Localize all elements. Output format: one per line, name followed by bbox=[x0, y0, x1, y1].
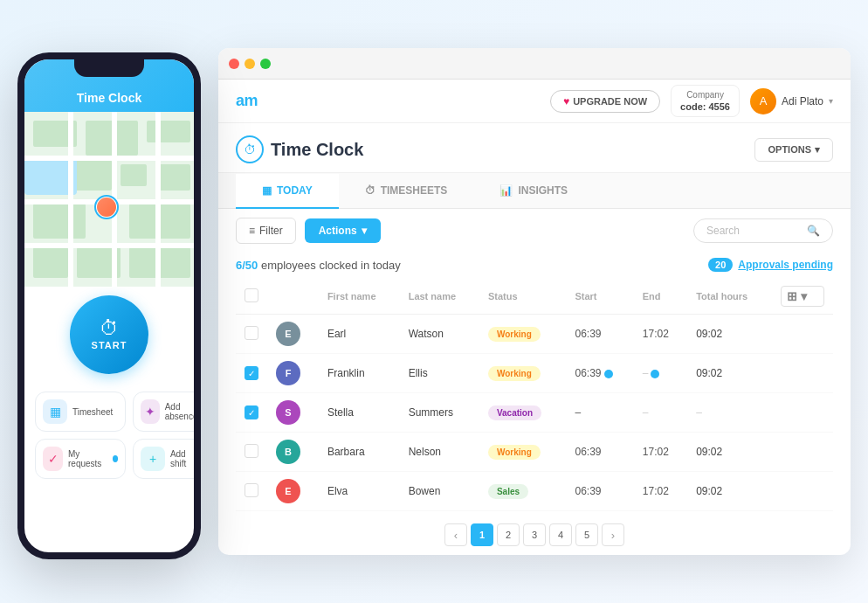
first-name-cell: Barbara bbox=[319, 433, 400, 472]
first-name-cell: Elva bbox=[319, 472, 400, 511]
clocked-count: 6/50 bbox=[236, 259, 258, 272]
tab-insights[interactable]: 📊 INSIGHTS bbox=[473, 174, 594, 209]
col-first-name[interactable]: First name bbox=[319, 279, 400, 315]
col-last-name[interactable]: Last name bbox=[400, 279, 479, 315]
my-requests-icon: ✓ bbox=[43, 447, 63, 471]
row-actions-cell bbox=[772, 354, 833, 393]
page-title: Time Clock bbox=[271, 140, 363, 160]
traffic-light-minimize[interactable] bbox=[245, 59, 255, 69]
end-dot bbox=[651, 370, 659, 378]
phone-mockup: Time Clock bbox=[17, 52, 201, 559]
page-2-button[interactable]: 2 bbox=[497, 523, 520, 546]
clocked-in-summary: 6/50 employees clocked in today bbox=[236, 259, 401, 272]
map-block bbox=[121, 164, 147, 186]
col-total-hours[interactable]: Total hours bbox=[687, 279, 772, 315]
page-4-button[interactable]: 4 bbox=[549, 523, 572, 546]
start-time-cell: 06:39 bbox=[566, 315, 633, 354]
user-profile[interactable]: A Adi Plato ▾ bbox=[750, 88, 833, 114]
clocked-in-label: employees clocked in today bbox=[261, 259, 401, 272]
start-clock-button[interactable]: ⏱ START bbox=[70, 295, 148, 374]
col-status[interactable]: Status bbox=[479, 279, 567, 315]
row-checkbox[interactable] bbox=[245, 326, 258, 340]
avatar: E bbox=[276, 322, 300, 346]
title-bar bbox=[218, 48, 851, 80]
start-time-cell: 06:39 bbox=[566, 433, 633, 472]
start-time-cell: 06:39 bbox=[566, 472, 633, 511]
map-road bbox=[24, 156, 194, 161]
timesheets-tab-icon: ⏱ bbox=[365, 184, 375, 197]
options-button[interactable]: OPTIONS ▾ bbox=[754, 138, 833, 162]
avatar: F bbox=[276, 361, 300, 385]
col-checkbox bbox=[236, 279, 267, 315]
page-1-button[interactable]: 1 bbox=[471, 523, 493, 546]
actions-label: Actions bbox=[319, 225, 357, 237]
status-badge: Working bbox=[488, 445, 541, 460]
employee-avatar-cell: E bbox=[267, 315, 319, 354]
actions-chevron-icon: ▾ bbox=[362, 225, 367, 237]
col-actions: ⊞ ▾ bbox=[772, 279, 833, 315]
traffic-light-maximize[interactable] bbox=[260, 59, 271, 69]
row-checkbox-cell: ✓ bbox=[236, 393, 267, 433]
chevron-down-icon: ▾ bbox=[829, 96, 833, 106]
traffic-light-close[interactable] bbox=[229, 59, 239, 69]
add-absence-button[interactable]: ✦ Add absence bbox=[133, 392, 201, 432]
page-3-button[interactable]: 3 bbox=[523, 523, 546, 546]
page-header: ⏱ Time Clock OPTIONS ▾ bbox=[218, 123, 851, 173]
timesheet-icon: ▦ bbox=[43, 399, 67, 424]
timesheet-label: Timesheet bbox=[72, 407, 113, 417]
pagination-prev[interactable]: ‹ bbox=[444, 523, 467, 546]
employee-avatar-cell: E bbox=[267, 472, 319, 511]
phone-header-title: Time Clock bbox=[77, 91, 141, 105]
upgrade-label: UPGRADE NOW bbox=[573, 96, 647, 107]
tab-timesheets[interactable]: ⏱ TIMESHEETS bbox=[339, 174, 474, 209]
map-road bbox=[24, 243, 194, 248]
page-title-area: ⏱ Time Clock bbox=[236, 135, 754, 163]
row-checkbox[interactable] bbox=[245, 444, 258, 458]
add-shift-label: Add shift bbox=[170, 449, 201, 468]
table-row: BBarbaraNelsonWorking06:3917:0209:02 bbox=[236, 433, 833, 472]
upgrade-button[interactable]: ♥ UPGRADE NOW bbox=[550, 90, 660, 113]
map-user-pin bbox=[94, 195, 119, 219]
user-name: Adi Plato bbox=[782, 95, 823, 107]
status-cell: Working bbox=[479, 433, 567, 472]
add-shift-button[interactable]: + Add shift bbox=[133, 439, 201, 479]
avatar: B bbox=[276, 440, 300, 464]
tab-today[interactable]: ▦ TODAY bbox=[236, 174, 339, 209]
end-time-cell: 17:02 bbox=[634, 315, 687, 354]
table-row: EElvaBowenSales06:3917:0209:02 bbox=[236, 472, 833, 511]
my-requests-button[interactable]: ✓ My requests bbox=[35, 439, 126, 479]
notification-dot bbox=[113, 455, 119, 462]
row-checkbox[interactable]: ✓ bbox=[245, 405, 258, 419]
select-all-checkbox[interactable] bbox=[245, 288, 258, 302]
timesheet-button[interactable]: ▦ Timesheet bbox=[35, 392, 126, 432]
filter-button[interactable]: ≡ Filter bbox=[236, 218, 296, 244]
col-end[interactable]: End bbox=[634, 279, 687, 315]
table-view-toggle[interactable]: ⊞ ▾ bbox=[781, 286, 824, 307]
end-time-cell: 17:02 bbox=[634, 433, 687, 472]
row-checkbox[interactable] bbox=[245, 483, 258, 497]
row-actions-cell bbox=[772, 393, 833, 433]
actions-button[interactable]: Actions ▾ bbox=[305, 218, 381, 243]
add-absence-label: Add absence bbox=[165, 402, 201, 421]
employee-avatar-cell: S bbox=[267, 393, 319, 433]
last-name-cell: Ellis bbox=[400, 354, 479, 393]
company-code-block: Company code: 4556 bbox=[671, 85, 740, 117]
app-logo: am bbox=[236, 92, 258, 110]
approvals-pending[interactable]: 20 Approvals pending bbox=[708, 258, 833, 272]
first-name-cell: Franklin bbox=[319, 354, 400, 393]
my-requests-label: My requests bbox=[68, 449, 107, 468]
row-checkbox[interactable]: ✓ bbox=[245, 366, 258, 380]
pagination-next[interactable]: › bbox=[602, 523, 624, 546]
status-badge: Sales bbox=[488, 484, 528, 499]
map-block bbox=[155, 164, 190, 191]
table-row: ✓SStellaSummersVacation––– bbox=[236, 393, 833, 433]
end-time-cell: – bbox=[634, 393, 687, 433]
app-header: am ♥ UPGRADE NOW Company code: 4556 A Ad… bbox=[218, 80, 851, 123]
filter-label: Filter bbox=[259, 225, 283, 237]
last-name-cell: Nelson bbox=[400, 433, 479, 472]
toolbar: ≡ Filter Actions ▾ Search 🔍 bbox=[218, 209, 851, 253]
scene: Time Clock bbox=[0, 0, 868, 603]
page-5-button[interactable]: 5 bbox=[575, 523, 598, 546]
col-start[interactable]: Start bbox=[566, 279, 633, 315]
search-box[interactable]: Search 🔍 bbox=[693, 218, 833, 243]
